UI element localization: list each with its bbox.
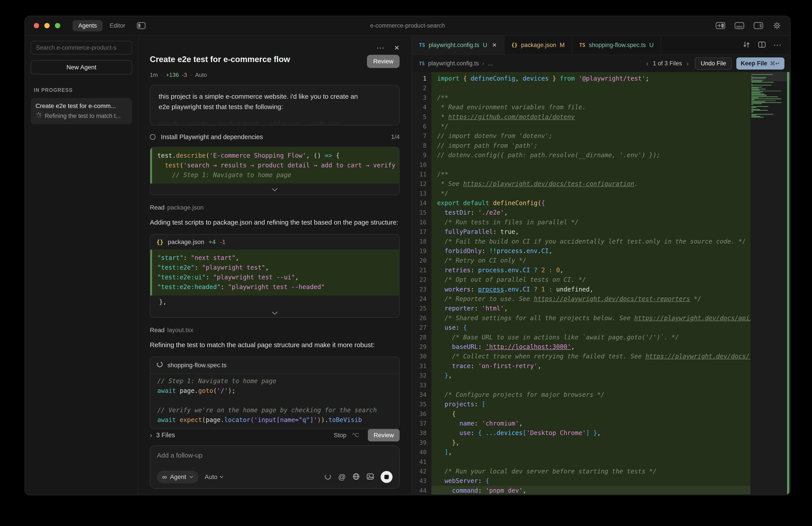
minimize-window-button[interactable] <box>44 23 50 28</box>
spec-card-header[interactable]: shopping-flow.spec.ts <box>150 357 399 374</box>
prompt-line: this project is a simple e-commerce webs… <box>159 91 391 102</box>
expand-chevron-icon[interactable] <box>150 307 399 318</box>
task-row[interactable]: Install Playwright and dependencies 1/4 <box>150 133 400 141</box>
json-file-icon: {} <box>157 239 163 245</box>
code-editor[interactable]: 1234567891011121314151617181920212223242… <box>412 72 790 494</box>
keep-file-button[interactable]: Keep File ⌘↵ <box>736 57 784 70</box>
agent-list-item[interactable]: Create e2e test for e-comm... Refining t… <box>31 98 132 124</box>
breadcrumb-row: TS playwright.config.ts › ... ‹ 1 of 3 F… <box>412 55 790 72</box>
editor-tab-playwright-config[interactable]: TS playwright.config.ts U ✕ <box>412 35 504 55</box>
stop-shortcut: ^C <box>352 432 359 439</box>
mention-icon[interactable]: @ <box>338 472 346 481</box>
prev-file-icon[interactable]: ‹ <box>646 59 649 68</box>
file-pager-label: 1 of 3 Files <box>653 60 682 67</box>
context-code-line: }, <box>150 296 399 307</box>
mode-switcher: Agents Editor <box>73 20 131 31</box>
added-code-block: "start": "next start","test:e2e": "playw… <box>150 250 399 296</box>
keyboard-shortcut: ⌘↵ <box>770 60 780 67</box>
more-options-icon[interactable]: ⋯ <box>376 46 385 50</box>
package-json-diff-card: {} package.json +4 -1 "start": "next sta… <box>150 234 400 318</box>
spec-file-name: shopping-flow.spec.ts <box>168 362 227 369</box>
files-count-label[interactable]: 3 Files <box>156 431 330 439</box>
task-progress: 1/4 <box>391 133 400 140</box>
agent-meta: 1m · +136 -3 · Auto <box>150 72 400 79</box>
assistant-paragraph: Refining the test to match the actual pa… <box>150 339 400 351</box>
read-action-row[interactable]: Read package.json <box>150 204 400 211</box>
follow-up-composer: ∞ Agent Auto @ <box>150 445 400 489</box>
close-agent-icon[interactable]: ✕ <box>394 44 400 52</box>
spec-code-block: // Step 1: Navigate to home pageawait pa… <box>150 374 399 429</box>
stop-generation-button[interactable] <box>381 471 393 483</box>
diff-additions: +4 <box>208 239 216 245</box>
app-window: Agents Editor e-commerce-product-search … <box>25 16 791 495</box>
chevron-right-icon[interactable]: › <box>150 431 152 439</box>
spec-diff-card: test.describe('E-commerce Shopping Flow'… <box>150 147 400 195</box>
task-status-icon <box>150 134 156 140</box>
infinity-icon: ∞ <box>162 473 167 481</box>
split-editor-icon[interactable] <box>758 41 766 49</box>
spinner-icon <box>35 112 42 120</box>
zoom-window-button[interactable] <box>55 23 60 28</box>
code-content[interactable]: import { defineConfig, devices } from '@… <box>431 72 751 494</box>
more-actions-icon[interactable]: ⋯ <box>773 40 781 50</box>
undo-file-button[interactable]: Undo File <box>695 57 732 70</box>
user-prompt-card[interactable]: this project is a simple e-commerce webs… <box>150 85 400 125</box>
diff-deletions: -1 <box>220 239 226 245</box>
bottom-panel-icon[interactable] <box>735 22 744 30</box>
additions-count: +136 <box>166 72 179 79</box>
spec-file-card: shopping-flow.spec.ts // Step 1: Navigat… <box>150 357 400 429</box>
line-number-gutter: 1234567891011121314151617181920212223242… <box>412 72 431 494</box>
search-input[interactable] <box>36 44 127 51</box>
read-action-row[interactable]: Read layout.tsx <box>150 327 400 334</box>
image-icon[interactable] <box>366 473 374 481</box>
ts-file-icon: TS <box>419 61 424 66</box>
breadcrumb[interactable]: playwright.config.ts <box>428 60 479 67</box>
panel-into-icon[interactable] <box>715 22 725 30</box>
assistant-paragraph: Adding test scripts to package.json and … <box>150 217 400 228</box>
added-code-block: test.describe('E-commerce Shopping Flow'… <box>150 147 399 184</box>
close-window-button[interactable] <box>34 23 39 28</box>
titlebar: Agents Editor e-commerce-product-search <box>25 16 790 35</box>
new-agent-button[interactable]: New Agent <box>31 60 132 74</box>
globe-icon[interactable] <box>352 473 360 481</box>
tab-agents[interactable]: Agents <box>73 20 103 31</box>
prompt-line-faded: search → results → product detail → add … <box>159 120 391 125</box>
compare-changes-icon[interactable] <box>742 41 751 49</box>
review-button-bottom[interactable]: Review <box>368 429 400 441</box>
in-progress-section-label: IN PROGRESS <box>34 87 132 93</box>
stop-button[interactable]: Stop <box>334 432 347 439</box>
expand-chevron-icon[interactable] <box>150 184 399 195</box>
agent-mode-dropdown[interactable]: ∞ Agent <box>157 471 199 483</box>
search-input-wrapper <box>31 41 132 55</box>
sidebar-toggle-icon[interactable] <box>137 22 146 29</box>
json-file-icon: {} <box>511 42 518 48</box>
diff-file-name: package.json <box>168 239 204 245</box>
next-file-icon[interactable]: › <box>686 59 689 68</box>
editor-panel: TS playwright.config.ts U ✕ {} package.j… <box>412 35 790 494</box>
settings-gear-icon[interactable] <box>772 21 781 30</box>
agent-title: Create e2e test for e-commerce flow <box>150 55 290 64</box>
right-panel-icon[interactable] <box>754 22 763 30</box>
agent-chat-panel: ⋯ ✕ Create e2e test for e-commerce flow … <box>139 35 412 494</box>
ts-file-icon: TS <box>419 42 425 48</box>
agent-item-title: Create e2e test for e-comm... <box>35 102 127 110</box>
chevron-down-icon <box>189 475 193 478</box>
model-dropdown[interactable]: Auto <box>205 473 224 481</box>
follow-up-input[interactable] <box>157 452 393 459</box>
close-tab-icon[interactable]: ✕ <box>492 42 497 48</box>
editor-tab-shopping-flow-spec[interactable]: TS shopping-flow.spec.ts U <box>572 35 661 55</box>
chevron-down-icon <box>220 475 223 478</box>
git-status-badge: M <box>560 42 565 48</box>
review-button[interactable]: Review <box>367 55 400 68</box>
overview-ruler <box>787 72 789 494</box>
editor-tab-package-json[interactable]: {} package.json M <box>504 35 572 55</box>
diff-card-header[interactable]: {} package.json +4 -1 <box>150 234 399 250</box>
agents-sidebar: New Agent IN PROGRESS Create e2e test fo… <box>25 35 139 494</box>
loading-arc-icon <box>157 361 163 369</box>
elapsed-time: 1m <box>150 72 158 79</box>
deletions-count: -3 <box>182 72 187 79</box>
minimap[interactable] <box>751 72 790 494</box>
task-label: Install Playwright and dependencies <box>161 133 386 141</box>
tab-editor[interactable]: Editor <box>104 20 131 31</box>
editor-tabbar: TS playwright.config.ts U ✕ {} package.j… <box>412 35 790 55</box>
